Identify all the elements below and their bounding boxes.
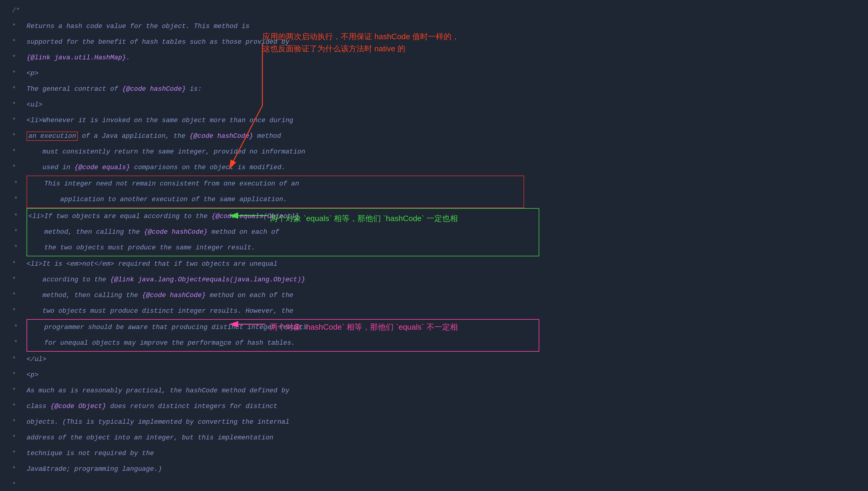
code-line: * two objects must produce distinct inte… xyxy=(12,304,856,319)
code-line: * address of the object into an integer,… xyxy=(12,430,856,446)
comment-star: * xyxy=(12,461,21,477)
code-content: method, then calling the {@code hashCode… xyxy=(28,224,279,240)
code-line: * <ul> xyxy=(12,97,856,113)
inline-code: {@code Object} xyxy=(50,403,106,410)
code-content: two objects must produce distinct intege… xyxy=(27,304,293,319)
code-line: * the two objects must produce the same … xyxy=(27,240,539,256)
code-line: * This integer need not remain consisten… xyxy=(27,176,524,192)
comment-star: * xyxy=(12,446,21,461)
code-line: * <p> xyxy=(12,367,856,383)
code-line: * As much as is reasonably practical, th… xyxy=(12,383,856,399)
code-content: </ul> xyxy=(27,352,47,367)
inline-code: {@code hashCode} xyxy=(144,228,207,236)
code-content: As much as is reasonably practical, the … xyxy=(27,383,289,399)
code-line: * method, then calling the {@code hashCo… xyxy=(12,288,856,304)
comment-star: * xyxy=(12,97,21,113)
comment-star: * xyxy=(14,240,23,256)
code-line: * <li>It is <em>not</em> required that i… xyxy=(12,256,856,272)
code-line: * objects. (This is typically implemente… xyxy=(12,414,856,430)
comment-star: * xyxy=(12,113,21,128)
code-line: * {@link java.util.HashMap}. xyxy=(12,50,856,66)
code-line: * class {@code Object} does return disti… xyxy=(12,399,856,414)
code-content: objects. (This is typically implemented … xyxy=(27,414,289,430)
annotation-green: 两个对象 `equals` 相等，那他们 `hashCode` 一定也相 xyxy=(270,210,458,226)
code-line: * according to the {@link java.lang.Obje… xyxy=(12,272,856,288)
code-content: <p> xyxy=(27,367,38,383)
comment-star: * xyxy=(12,128,21,144)
inline-link: {@link java.util.HashMap} xyxy=(27,54,126,61)
code-content: {@link java.util.HashMap}. xyxy=(27,50,130,66)
highlight-an-execution: an execution xyxy=(27,132,78,141)
code-line: * The general contract of {@code hashCod… xyxy=(12,81,856,97)
inline-link: {@link java.lang.Object#equals(java.lang… xyxy=(110,276,305,284)
code-content: programmer should be aware that producin… xyxy=(28,320,307,336)
comment-star: * xyxy=(14,192,23,207)
comment-star: * xyxy=(12,430,21,446)
inline-code: {@code hashCode} xyxy=(122,85,186,93)
comment-star: * xyxy=(12,66,21,81)
code-content: Java&trade; programming language.) xyxy=(27,461,162,477)
code-line: * used in {@code equals} comparisons on … xyxy=(12,160,856,176)
code-content: used in {@code equals} comparisons on th… xyxy=(27,160,285,176)
code-content: <li>Whenever it is invoked on the same o… xyxy=(27,113,293,128)
code-line: * must consistently return the same inte… xyxy=(12,144,856,160)
code-content: <ul> xyxy=(27,97,42,113)
code-content: an execution of a Java application, the … xyxy=(27,128,281,144)
code-area: /* * Returns a hash code value for the o… xyxy=(0,0,868,491)
code-line: * for unequal objects may improve the pe… xyxy=(27,336,539,352)
code-line: * an execution of a Java application, th… xyxy=(12,128,856,144)
comment-star: * xyxy=(12,288,21,304)
code-content: <li>If two objects are equal according t… xyxy=(28,209,299,224)
em-text: em xyxy=(102,260,110,268)
comment-star: * xyxy=(12,144,21,160)
comment-star: * xyxy=(12,19,21,34)
comment-star: * xyxy=(12,367,21,383)
comment-star: * xyxy=(12,160,21,176)
comment-star: * xyxy=(12,414,21,430)
code-content: supported for the benefit of hash tables… xyxy=(27,34,289,50)
code-line: * application to another execution of th… xyxy=(27,192,524,208)
inline-code: {@code hashCode} xyxy=(142,292,206,299)
annotation-red-line2: 这也反面验证了为什么该方法时 native 的 xyxy=(262,41,405,56)
comment-star: * xyxy=(12,34,21,50)
comment-star: * xyxy=(12,50,21,66)
comment-star: * xyxy=(14,336,23,351)
comment-star: * xyxy=(14,209,23,224)
code-line: * xyxy=(12,477,856,491)
inline-code: {@code equals} xyxy=(74,164,130,171)
code-line: * Java&trade; programming language.) xyxy=(12,461,856,477)
code-line: * </ul> xyxy=(12,352,856,367)
comment-star: * xyxy=(12,477,21,491)
comment-star: * xyxy=(12,399,21,414)
comment-star: * xyxy=(14,320,23,336)
code-content: address of the object into an integer, b… xyxy=(27,430,273,446)
code-content: class {@code Object} does return distinc… xyxy=(27,399,278,414)
comment-star: * xyxy=(12,272,21,288)
code-content: technique is not required by the xyxy=(27,446,154,461)
comment-star: * xyxy=(12,383,21,399)
comment-star: * xyxy=(12,352,21,367)
comment-star: * xyxy=(14,224,23,240)
code-content: according to the {@link java.lang.Object… xyxy=(27,272,305,288)
annotation-pink: 两个对象 `hashCode` 相等，那他们 `equals` 不一定相 xyxy=(270,319,458,335)
code-content: The general contract of {@code hashCode}… xyxy=(27,81,202,97)
comment-star: * xyxy=(12,304,21,319)
code-line: /* xyxy=(12,3,856,19)
code-content: for unequal objects may improve the perf… xyxy=(28,336,295,351)
comment-star: * xyxy=(14,176,23,192)
code-content: <p> xyxy=(27,66,38,81)
code-content: application to another execution of the … xyxy=(28,192,287,207)
em-text: em xyxy=(70,260,78,268)
comment-star: * xyxy=(12,256,21,272)
code-line: * technique is not required by the xyxy=(12,446,856,461)
code-content: <li>It is <em>not</em> required that if … xyxy=(27,256,278,272)
comment-star: * xyxy=(12,81,21,97)
code-line: * <li>Whenever it is invoked on the same… xyxy=(12,113,856,128)
inline-code: {@code hashCode} xyxy=(190,133,253,140)
code-content: must consistently return the same intege… xyxy=(27,144,305,160)
comment-star: /* xyxy=(12,3,21,19)
code-content: the two objects must produce the same in… xyxy=(28,240,256,256)
code-line: * <p> xyxy=(12,66,856,81)
code-line: * method, then calling the {@code hashCo… xyxy=(27,224,539,240)
code-content: This integer need not remain consistent … xyxy=(28,176,299,192)
